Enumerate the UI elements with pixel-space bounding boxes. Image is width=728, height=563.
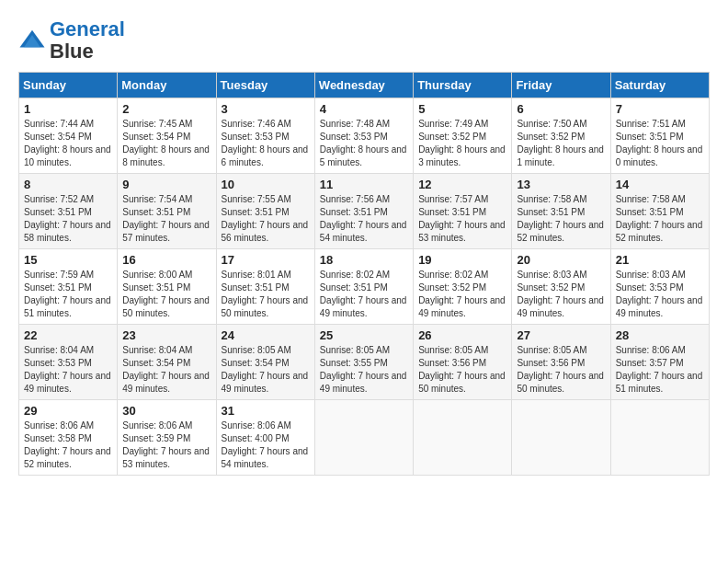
- day-number: 27: [517, 328, 605, 342]
- calendar-cell: 2 Sunrise: 7:45 AMSunset: 3:54 PMDayligh…: [118, 98, 216, 174]
- calendar-cell: 30 Sunrise: 8:06 AMSunset: 3:59 PMDaylig…: [118, 400, 216, 476]
- day-number: 8: [24, 178, 112, 191]
- day-info: Sunrise: 7:58 AMSunset: 3:51 PMDaylight:…: [616, 194, 703, 243]
- day-info: Sunrise: 8:03 AMSunset: 3:53 PMDaylight:…: [616, 270, 703, 318]
- calendar-cell: 13 Sunrise: 7:58 AMSunset: 3:51 PMDaylig…: [512, 174, 610, 249]
- calendar-cell: [610, 400, 709, 476]
- calendar-cell: [314, 400, 413, 476]
- calendar-cell: 10 Sunrise: 7:55 AMSunset: 3:51 PMDaylig…: [216, 174, 314, 249]
- calendar-cell: 11 Sunrise: 7:56 AMSunset: 3:51 PMDaylig…: [314, 174, 413, 249]
- day-info: Sunrise: 8:06 AMSunset: 3:57 PMDaylight:…: [616, 345, 703, 394]
- day-number: 7: [616, 102, 704, 116]
- day-info: Sunrise: 7:55 AMSunset: 3:51 PMDaylight:…: [222, 194, 309, 243]
- calendar-cell: 28 Sunrise: 8:06 AMSunset: 3:57 PMDaylig…: [610, 325, 709, 400]
- day-info: Sunrise: 7:56 AMSunset: 3:51 PMDaylight:…: [320, 194, 407, 243]
- day-info: Sunrise: 8:01 AMSunset: 3:51 PMDaylight:…: [222, 270, 309, 318]
- calendar-week-5: 29 Sunrise: 8:06 AMSunset: 3:58 PMDaylig…: [19, 400, 710, 476]
- day-number: 26: [418, 328, 506, 342]
- calendar-cell: 19 Sunrise: 8:02 AMSunset: 3:52 PMDaylig…: [414, 249, 512, 325]
- day-info: Sunrise: 7:50 AMSunset: 3:52 PMDaylight:…: [517, 119, 604, 167]
- calendar-cell: 31 Sunrise: 8:06 AMSunset: 4:00 PMDaylig…: [216, 400, 314, 476]
- day-info: Sunrise: 8:04 AMSunset: 3:53 PMDaylight:…: [24, 345, 111, 394]
- day-number: 13: [517, 178, 605, 191]
- day-number: 20: [517, 253, 605, 267]
- day-number: 6: [517, 102, 605, 116]
- day-number: 10: [222, 178, 310, 191]
- calendar-table: SundayMondayTuesdayWednesdayThursdayFrid…: [18, 72, 710, 476]
- logo: GeneralBlue: [18, 18, 125, 63]
- weekday-header-wednesday: Wednesday: [314, 73, 413, 98]
- day-info: Sunrise: 8:00 AMSunset: 3:51 PMDaylight:…: [122, 270, 210, 318]
- day-info: Sunrise: 8:05 AMSunset: 3:56 PMDaylight:…: [418, 345, 506, 394]
- weekday-header-saturday: Saturday: [610, 73, 709, 98]
- weekday-header-tuesday: Tuesday: [216, 73, 314, 98]
- day-info: Sunrise: 8:04 AMSunset: 3:54 PMDaylight:…: [122, 345, 210, 394]
- day-info: Sunrise: 8:02 AMSunset: 3:52 PMDaylight:…: [418, 270, 506, 318]
- day-number: 11: [320, 178, 408, 191]
- calendar-cell: 14 Sunrise: 7:58 AMSunset: 3:51 PMDaylig…: [610, 174, 709, 249]
- calendar-cell: 15 Sunrise: 7:59 AMSunset: 3:51 PMDaylig…: [19, 249, 118, 325]
- calendar-week-4: 22 Sunrise: 8:04 AMSunset: 3:53 PMDaylig…: [19, 325, 710, 400]
- calendar-cell: 24 Sunrise: 8:05 AMSunset: 3:54 PMDaylig…: [216, 325, 314, 400]
- day-number: 21: [616, 253, 704, 267]
- calendar-cell: 25 Sunrise: 8:05 AMSunset: 3:55 PMDaylig…: [314, 325, 413, 400]
- calendar-cell: 20 Sunrise: 8:03 AMSunset: 3:52 PMDaylig…: [512, 249, 610, 325]
- calendar-cell: 17 Sunrise: 8:01 AMSunset: 3:51 PMDaylig…: [216, 249, 314, 325]
- calendar-week-3: 15 Sunrise: 7:59 AMSunset: 3:51 PMDaylig…: [19, 249, 710, 325]
- day-number: 17: [222, 253, 310, 267]
- calendar-cell: 7 Sunrise: 7:51 AMSunset: 3:51 PMDayligh…: [610, 98, 709, 174]
- day-number: 22: [24, 328, 112, 342]
- day-number: 25: [320, 328, 408, 342]
- day-info: Sunrise: 8:06 AMSunset: 3:58 PMDaylight:…: [24, 420, 111, 469]
- calendar-cell: 3 Sunrise: 7:46 AMSunset: 3:53 PMDayligh…: [216, 98, 314, 174]
- day-number: 1: [24, 102, 112, 116]
- calendar-cell: 18 Sunrise: 8:02 AMSunset: 3:51 PMDaylig…: [314, 249, 413, 325]
- weekday-header-thursday: Thursday: [414, 73, 512, 98]
- day-info: Sunrise: 8:02 AMSunset: 3:51 PMDaylight:…: [320, 270, 407, 318]
- calendar-cell: 26 Sunrise: 8:05 AMSunset: 3:56 PMDaylig…: [414, 325, 512, 400]
- day-info: Sunrise: 7:52 AMSunset: 3:51 PMDaylight:…: [24, 194, 111, 243]
- calendar-cell: 4 Sunrise: 7:48 AMSunset: 3:53 PMDayligh…: [314, 98, 413, 174]
- day-number: 30: [122, 404, 210, 418]
- day-info: Sunrise: 8:06 AMSunset: 3:59 PMDaylight:…: [122, 420, 210, 469]
- day-number: 14: [616, 178, 704, 191]
- calendar-cell: [414, 400, 512, 476]
- calendar-cell: 9 Sunrise: 7:54 AMSunset: 3:51 PMDayligh…: [118, 174, 216, 249]
- day-number: 2: [122, 102, 210, 116]
- calendar-week-2: 8 Sunrise: 7:52 AMSunset: 3:51 PMDayligh…: [19, 174, 710, 249]
- day-info: Sunrise: 7:49 AMSunset: 3:52 PMDaylight:…: [418, 119, 506, 167]
- calendar-cell: 29 Sunrise: 8:06 AMSunset: 3:58 PMDaylig…: [19, 400, 118, 476]
- day-info: Sunrise: 7:57 AMSunset: 3:51 PMDaylight:…: [418, 194, 506, 243]
- day-number: 28: [616, 328, 704, 342]
- day-info: Sunrise: 7:54 AMSunset: 3:51 PMDaylight:…: [122, 194, 210, 243]
- calendar-cell: 22 Sunrise: 8:04 AMSunset: 3:53 PMDaylig…: [19, 325, 118, 400]
- calendar-cell: 23 Sunrise: 8:04 AMSunset: 3:54 PMDaylig…: [118, 325, 216, 400]
- day-info: Sunrise: 7:46 AMSunset: 3:53 PMDaylight:…: [222, 119, 309, 167]
- day-number: 16: [122, 253, 210, 267]
- page-header: GeneralBlue: [18, 18, 710, 63]
- calendar-cell: 1 Sunrise: 7:44 AMSunset: 3:54 PMDayligh…: [19, 98, 118, 174]
- day-info: Sunrise: 8:06 AMSunset: 4:00 PMDaylight:…: [222, 420, 309, 469]
- day-info: Sunrise: 8:05 AMSunset: 3:56 PMDaylight:…: [517, 345, 604, 394]
- day-number: 31: [222, 404, 310, 418]
- day-number: 29: [24, 404, 112, 418]
- logo-text: GeneralBlue: [50, 18, 125, 63]
- day-number: 19: [418, 253, 506, 267]
- calendar-cell: 12 Sunrise: 7:57 AMSunset: 3:51 PMDaylig…: [414, 174, 512, 249]
- day-info: Sunrise: 7:44 AMSunset: 3:54 PMDaylight:…: [24, 119, 111, 167]
- day-info: Sunrise: 7:51 AMSunset: 3:51 PMDaylight:…: [616, 119, 703, 167]
- calendar-cell: 27 Sunrise: 8:05 AMSunset: 3:56 PMDaylig…: [512, 325, 610, 400]
- day-info: Sunrise: 8:03 AMSunset: 3:52 PMDaylight:…: [517, 270, 604, 318]
- day-info: Sunrise: 8:05 AMSunset: 3:54 PMDaylight:…: [222, 345, 309, 394]
- day-number: 24: [222, 328, 310, 342]
- day-number: 12: [418, 178, 506, 191]
- calendar-cell: 16 Sunrise: 8:00 AMSunset: 3:51 PMDaylig…: [118, 249, 216, 325]
- day-info: Sunrise: 7:48 AMSunset: 3:53 PMDaylight:…: [320, 119, 407, 167]
- day-number: 18: [320, 253, 408, 267]
- calendar-cell: 6 Sunrise: 7:50 AMSunset: 3:52 PMDayligh…: [512, 98, 610, 174]
- weekday-header-monday: Monday: [118, 73, 216, 98]
- calendar-cell: 21 Sunrise: 8:03 AMSunset: 3:53 PMDaylig…: [610, 249, 709, 325]
- day-info: Sunrise: 7:59 AMSunset: 3:51 PMDaylight:…: [24, 270, 111, 318]
- day-number: 15: [24, 253, 112, 267]
- day-number: 3: [222, 102, 310, 116]
